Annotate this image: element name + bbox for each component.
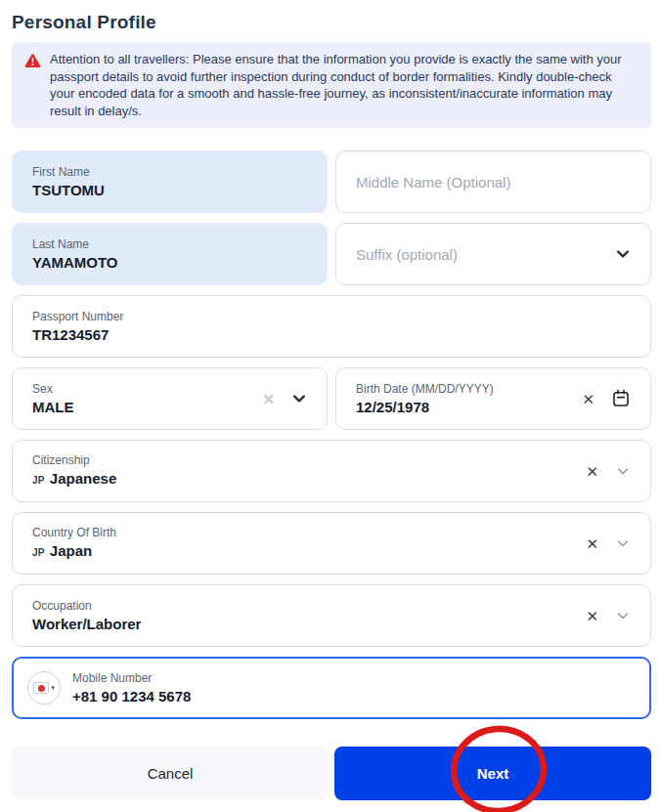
birth-date-value: 12/25/1978 bbox=[356, 399, 562, 416]
mobile-number-value: +81 90 1234 5678 bbox=[72, 688, 630, 705]
clear-icon[interactable]: ✕ bbox=[586, 609, 598, 623]
page-title: Personal Profile bbox=[12, 10, 651, 33]
sex-value: MALE bbox=[32, 399, 242, 416]
country-flag-selector[interactable]: ▾ bbox=[27, 671, 61, 705]
name-row-1: First Name TSUTOMU bbox=[12, 150, 651, 213]
chevron-down-icon[interactable] bbox=[615, 246, 631, 262]
birth-date-main: Birth Date (MM/DD/YYYY) 12/25/1978 bbox=[336, 382, 582, 416]
occupation-main: Occupation Worker/Laborer bbox=[13, 599, 586, 633]
last-name-field[interactable]: Last Name YAMAMOTO bbox=[12, 223, 328, 285]
chevron-down-icon[interactable] bbox=[291, 391, 307, 406]
mobile-number-label: Mobile Number bbox=[72, 671, 630, 685]
citizenship-field[interactable]: Citizenship JP Japanese ✕ bbox=[12, 440, 651, 502]
country-of-birth-value-wrap: JP Japan bbox=[32, 542, 566, 562]
last-name-value: YAMAMOTO bbox=[32, 254, 307, 272]
last-name-label: Last Name bbox=[32, 237, 307, 251]
country-of-birth-field[interactable]: Country Of Birth JP Japan ✕ bbox=[12, 512, 651, 575]
country-code-badge: JP bbox=[32, 472, 45, 490]
warning-icon bbox=[24, 51, 41, 119]
citizenship-label: Citizenship bbox=[32, 453, 566, 467]
chevron-down-icon[interactable] bbox=[615, 535, 631, 551]
citizenship-value-wrap: JP Japanese bbox=[32, 470, 566, 490]
citizenship-main: Citizenship JP Japanese bbox=[13, 453, 586, 490]
first-name-field[interactable]: First Name TSUTOMU bbox=[12, 150, 328, 213]
citizenship-trailing: ✕ bbox=[586, 463, 650, 479]
mobile-number-main: Mobile Number +81 90 1234 5678 bbox=[61, 671, 649, 705]
next-button[interactable]: Next bbox=[334, 747, 651, 800]
clear-icon[interactable]: ✕ bbox=[582, 392, 595, 406]
sex-birthdate-row: Sex MALE ✕ Birth Date (MM/DD/YYYY) 12/25… bbox=[12, 367, 651, 430]
citizenship-value: Japanese bbox=[50, 470, 116, 488]
chevron-down-icon[interactable] bbox=[615, 463, 631, 479]
passport-number-value: TR1234567 bbox=[32, 326, 631, 344]
occupation-trailing: ✕ bbox=[586, 608, 650, 623]
sex-trailing: ✕ bbox=[262, 391, 327, 406]
country-of-birth-value: Japan bbox=[50, 542, 92, 560]
sex-main: Sex MALE bbox=[13, 382, 262, 416]
country-of-birth-trailing: ✕ bbox=[586, 535, 650, 551]
birth-date-trailing: ✕ bbox=[582, 389, 650, 408]
clear-icon[interactable]: ✕ bbox=[586, 464, 598, 479]
occupation-field[interactable]: Occupation Worker/Laborer ✕ bbox=[12, 584, 651, 647]
sex-field[interactable]: Sex MALE ✕ bbox=[12, 367, 328, 430]
first-name-label: First Name bbox=[32, 165, 307, 179]
flag-caret-icon: ▾ bbox=[51, 684, 55, 692]
middle-name-field[interactable] bbox=[335, 150, 651, 213]
first-name-main: First Name TSUTOMU bbox=[13, 165, 327, 199]
chevron-down-icon[interactable] bbox=[615, 608, 631, 623]
occupation-value: Worker/Laborer bbox=[32, 616, 566, 633]
suffix-field[interactable]: Suffix (optional) bbox=[335, 223, 651, 285]
cancel-button[interactable]: Cancel bbox=[12, 747, 329, 800]
personal-profile-form: First Name TSUTOMU Last Name YAMAMOTO Su… bbox=[12, 150, 651, 719]
japan-flag-icon bbox=[33, 682, 49, 694]
birth-date-field[interactable]: Birth Date (MM/DD/YYYY) 12/25/1978 ✕ bbox=[335, 367, 651, 430]
mobile-number-field[interactable]: ▾ Mobile Number +81 90 1234 5678 bbox=[12, 657, 651, 719]
first-name-value: TSUTOMU bbox=[32, 182, 307, 199]
attention-notice: Attention to all travellers: Please ensu… bbox=[12, 42, 651, 128]
passport-number-field[interactable]: Passport Number TR1234567 bbox=[12, 295, 651, 358]
middle-name-input[interactable] bbox=[336, 151, 650, 212]
occupation-label: Occupation bbox=[32, 599, 566, 613]
personal-profile-page: Personal Profile Attention to all travel… bbox=[0, 0, 661, 800]
name-row-2: Last Name YAMAMOTO Suffix (optional) bbox=[12, 223, 651, 285]
country-of-birth-label: Country Of Birth bbox=[32, 526, 566, 539]
country-of-birth-main: Country Of Birth JP Japan bbox=[13, 526, 586, 562]
form-actions: Cancel Next bbox=[12, 747, 651, 800]
notice-text: Attention to all travellers: Please ensu… bbox=[50, 51, 636, 119]
passport-number-label: Passport Number bbox=[32, 310, 631, 323]
clear-icon[interactable]: ✕ bbox=[586, 536, 598, 551]
country-code-badge: JP bbox=[32, 544, 45, 562]
last-name-main: Last Name YAMAMOTO bbox=[13, 237, 327, 272]
suffix-trailing bbox=[615, 246, 650, 262]
sex-label: Sex bbox=[32, 382, 242, 396]
passport-number-main: Passport Number TR1234567 bbox=[13, 310, 650, 344]
clear-icon[interactable]: ✕ bbox=[262, 392, 275, 406]
suffix-placeholder: Suffix (optional) bbox=[336, 246, 615, 263]
calendar-icon[interactable] bbox=[611, 389, 631, 408]
birth-date-label: Birth Date (MM/DD/YYYY) bbox=[356, 382, 562, 396]
